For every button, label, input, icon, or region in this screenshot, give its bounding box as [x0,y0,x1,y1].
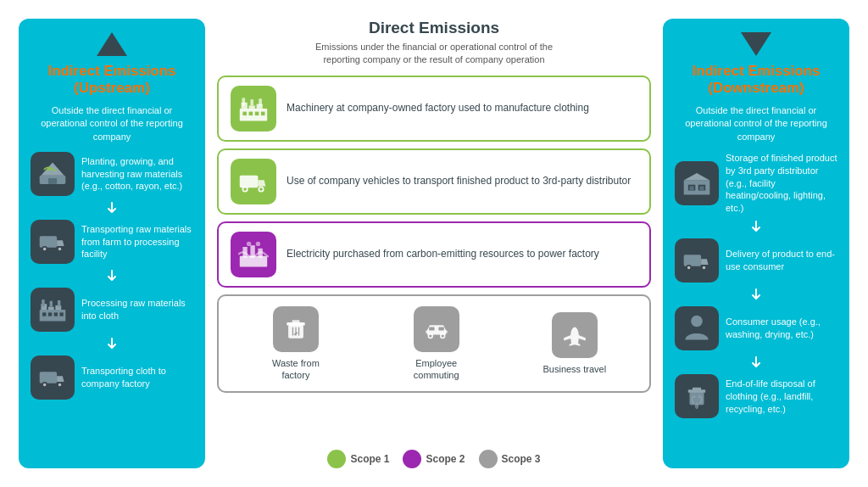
arrow-down-icon [741,32,771,56]
svg-rect-71 [693,388,701,390]
truck2-icon [31,355,75,400]
svg-rect-19 [40,372,57,383]
svg-point-67 [703,266,705,269]
svg-rect-49 [429,327,434,330]
car-icon [414,306,459,352]
svg-rect-16 [42,299,44,307]
list-item: Storage of finished product by 3rd party… [675,152,837,215]
svg-rect-61 [690,186,694,190]
farm-icon [31,152,75,196]
svg-point-5 [43,248,46,250]
svg-rect-50 [438,327,443,330]
truck-scope1-icon [231,159,276,204]
scope2-card-text: Electricity purchased from carbon-emitti… [287,247,599,261]
legend-row: Scope 1 Scope 2 Scope 3 [217,450,651,468]
svg-point-7 [58,248,61,250]
svg-rect-2 [48,178,57,184]
list-item: Processing raw materials into cloth [31,288,193,332]
svg-rect-10 [48,307,54,310]
svg-rect-14 [54,312,58,316]
scope1-card-2: Use of company vehicles to transport fin… [217,148,651,215]
svg-rect-30 [255,111,259,115]
scope1-legend-label: Scope 1 [350,453,389,465]
factory-icon [31,288,75,332]
person-icon [675,306,719,350]
svg-rect-29 [249,111,253,115]
center-panel: Direct Emissions Emissions under the fin… [214,19,654,468]
right-item-text: Storage of finished product by 3rd party… [726,152,837,215]
left-title: Indirect Emissions (Upstream) [47,63,175,98]
center-cards: Machinery at company-owned factory used … [217,76,651,441]
svg-point-23 [58,383,61,386]
left-item-text: Transporting raw materials from farm to … [81,223,193,261]
center-description: Emissions under the financial or operati… [217,41,651,67]
truck-icon [31,220,75,264]
scope1-card-1-text: Machinery at company-owned factory used … [287,101,589,115]
recycle-icon [675,374,719,418]
svg-rect-56 [444,330,447,333]
left-item-text: Transporting cloth to company factory [81,365,193,390]
scope2-legend-dot [403,450,421,468]
right-description: Outside the direct financial or operatio… [675,104,837,143]
svg-point-68 [691,316,703,327]
left-items-list: Planting, growing, and harvesting raw ma… [31,152,193,400]
list-item: Planting, growing, and harvesting raw ma… [31,152,193,196]
svg-rect-48 [292,320,299,323]
svg-rect-15 [60,312,64,316]
svg-point-65 [687,266,690,269]
right-subtitle: (Downstream) [708,80,804,96]
svg-rect-34 [259,98,262,105]
scope3-legend-label: Scope 3 [502,453,541,465]
svg-point-45 [256,241,260,245]
scope2-card: Electricity purchased from carbon-emitti… [217,221,651,288]
right-items-list: Storage of finished product by 3rd party… [675,152,837,418]
arrow-connector [675,288,837,301]
scope1-card-2-text: Use of company vehicles to transport fin… [287,174,631,188]
left-panel: Indirect Emissions (Upstream) Outside th… [19,19,205,468]
scope1-legend: Scope 1 [327,450,389,468]
svg-rect-33 [250,99,253,105]
right-panel: Indirect Emissions (Downstream) Outside … [663,19,849,468]
plane-icon [552,312,598,358]
delivery-truck-icon [675,238,719,283]
scope3-legend: Scope 3 [479,450,541,468]
right-title: Indirect Emissions (Downstream) [692,63,820,98]
scope3-waste-label: Waste from factory [262,357,330,382]
right-item-text: Consumer usage (e.g., washing, drying, e… [726,316,837,341]
left-description: Outside the direct financial or operatio… [31,104,193,143]
right-item-text: End-of-life disposal of clothing (e.g., … [726,378,837,416]
svg-point-39 [259,188,263,191]
arrow-connector [31,269,193,283]
arrow-connector [31,201,193,215]
svg-marker-58 [684,173,710,181]
svg-point-21 [43,383,46,386]
svg-rect-28 [242,111,247,115]
svg-point-37 [243,188,247,191]
left-subtitle: (Upstream) [47,80,175,97]
scope3-commuting-item: Employee commuting [403,306,470,382]
left-item-text: Planting, growing, and harvesting raw ma… [81,155,193,193]
list-item: Consumer usage (e.g., washing, drying, e… [675,306,837,350]
scope3-card: Waste from factory [217,294,651,394]
list-item: Delivery of product to end-use consumer [675,238,837,283]
right-item-text: Delivery of product to end-use consumer [726,248,837,273]
electricity-scope2-icon [231,232,276,277]
warehouse-icon [675,161,719,205]
center-title: Direct Emissions [217,19,651,37]
svg-point-44 [247,241,251,245]
arrow-connector [31,337,193,350]
scope3-travel-item: Business travel [542,312,606,375]
svg-rect-26 [249,105,255,109]
svg-rect-17 [50,301,53,307]
svg-rect-12 [42,312,46,316]
center-header: Direct Emissions Emissions under the fin… [217,19,651,67]
svg-rect-32 [242,98,246,105]
left-item-text: Processing raw materials into cloth [81,297,193,322]
arrow-up-icon [97,32,127,56]
svg-rect-57 [684,181,710,195]
scope2-legend: Scope 2 [403,450,465,468]
scope1-legend-dot [327,450,346,468]
scope2-legend-label: Scope 2 [426,453,465,465]
svg-rect-3 [40,236,57,248]
svg-rect-18 [58,300,60,307]
